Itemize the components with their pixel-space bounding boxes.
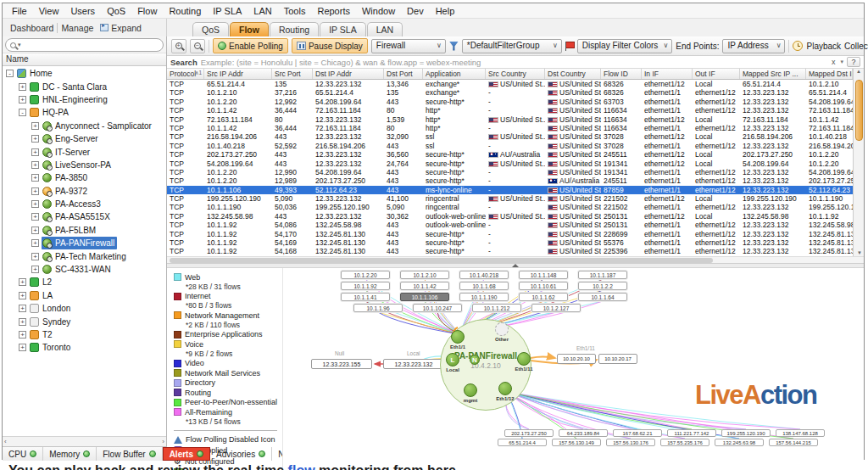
- table-row[interactable]: TCP10.1.1.10649,39352.112.64.23443ms-lyn…: [167, 186, 853, 194]
- interface-node-other[interactable]: [495, 322, 509, 336]
- tree-node-body[interactable]: PA-Access3: [42, 198, 103, 210]
- scroll-left-icon[interactable]: ‹: [4, 438, 7, 445]
- table-horizontal-scrollbar[interactable]: [167, 256, 864, 264]
- flow-search-bar[interactable]: Search Example: (site = Honolulu | site …: [167, 56, 864, 69]
- table-row[interactable]: TCP10.1.2.1037,21665.51.214.4135exchange…: [167, 88, 853, 97]
- tree-item[interactable]: +Toronto: [3, 341, 166, 354]
- host-node[interactable]: 10.1.1.187: [578, 271, 627, 279]
- host-node[interactable]: 10.1.10.61: [519, 282, 568, 290]
- tree-node-body[interactable]: London: [29, 302, 73, 315]
- search-history-icon[interactable]: ▾: [840, 59, 843, 65]
- endpoint-node[interactable]: 65.51.214.4: [498, 439, 547, 446]
- tree-node-body[interactable]: PA-PANFirewall: [42, 237, 117, 249]
- tree-toggle[interactable]: +: [31, 200, 39, 208]
- table-row[interactable]: TCP199.255.120.1905,09012.33.223.13241,1…: [167, 194, 853, 203]
- tree-node-body[interactable]: PA-Tech Marketing: [42, 250, 129, 263]
- column-header-mapped-dst-ip-[interactable]: Mapped Dst IP ...: [806, 69, 853, 79]
- host-node[interactable]: 10.1.2.20: [341, 271, 390, 279]
- table-vertical-scrollbar[interactable]: ▲▼: [853, 69, 864, 256]
- interface-node-eth1-1[interactable]: [451, 330, 465, 344]
- pause-display-button[interactable]: Pause Display: [292, 38, 368, 53]
- menu-item-view[interactable]: View: [33, 5, 65, 17]
- tree-item[interactable]: +PA-ASA5515X: [3, 210, 166, 223]
- tree-toggle[interactable]: +: [31, 239, 39, 247]
- menu-item-routing[interactable]: Routing: [163, 5, 207, 17]
- playback-clock-icon[interactable]: [793, 41, 803, 51]
- tab-flow[interactable]: Flow: [230, 22, 269, 36]
- endpoint-node[interactable]: 157.55.235.176: [660, 439, 709, 446]
- tree-toggle[interactable]: +: [19, 305, 26, 312]
- tree-item[interactable]: +PA-9372: [3, 185, 166, 198]
- endpoint-node[interactable]: 111.221.77.142: [667, 429, 716, 437]
- column-header-out-if[interactable]: Out IF: [693, 69, 740, 79]
- tree-item[interactable]: +L2: [3, 276, 166, 288]
- endpoint-node[interactable]: 199.255.120.190: [721, 429, 771, 437]
- tree-node-body[interactable]: DC - Santa Clara: [29, 81, 109, 93]
- tab-lan[interactable]: LAN: [367, 22, 403, 36]
- host-node[interactable]: 10.1.2.127: [531, 304, 581, 312]
- endpoint-node[interactable]: 12.33.223.155: [311, 359, 372, 369]
- tree-toggle[interactable]: +: [31, 148, 39, 156]
- column-header-src-ip-addr[interactable]: Src IP Addr: [204, 69, 272, 79]
- menu-item-file[interactable]: File: [6, 5, 33, 17]
- column-header-dst-country[interactable]: Dst Country: [545, 69, 601, 79]
- menu-item-lan[interactable]: LAN: [248, 5, 277, 17]
- playback-label[interactable]: Playback: [806, 42, 841, 51]
- table-row[interactable]: TCP132.245.58.9844312.33.223.13230,362ou…: [167, 212, 853, 221]
- table-row[interactable]: TCP10.1.2.2012,99254.208.199.64443secure…: [167, 98, 853, 106]
- table-row[interactable]: TCP10.1.40.21852,592216.58.194.206443ssl…: [167, 142, 853, 150]
- tree-item[interactable]: +PA-PANFirewall: [3, 237, 166, 249]
- endpoint-node[interactable]: 10.10.20.10: [557, 354, 596, 364]
- tree-toggle[interactable]: +: [31, 122, 39, 130]
- tree-name-header[interactable]: Name: [3, 53, 166, 66]
- tree-toggle[interactable]: +: [19, 331, 26, 339]
- table-row[interactable]: TCP72.163.11.1848012.33.223.1321,539http…: [167, 115, 853, 124]
- device-type-select[interactable]: Firewall: [371, 39, 446, 53]
- tree-node-body[interactable]: Syndey: [29, 316, 73, 328]
- interface-node-nat[interactable]: N: [470, 355, 480, 365]
- host-node[interactable]: 10.1.1.64: [578, 293, 627, 301]
- host-node[interactable]: 10.1.1.212: [472, 304, 521, 312]
- tree-toggle[interactable]: +: [19, 344, 26, 351]
- tree-toggle[interactable]: +: [31, 213, 39, 221]
- interface-node-eth1-11[interactable]: [517, 352, 531, 366]
- tree-item[interactable]: +LiveSensor-PA: [3, 159, 166, 171]
- menu-item-ip-sla[interactable]: IP SLA: [207, 5, 248, 17]
- tree-item[interactable]: +DC - Santa Clara: [3, 80, 166, 92]
- host-node[interactable]: 10.1.40.218: [459, 271, 509, 279]
- tree-node-body[interactable]: LiveSensor-PA: [42, 159, 114, 171]
- tree-node-body[interactable]: Anyconnect - Samplicator: [42, 120, 154, 132]
- tree-search-input[interactable]: ▾: [5, 38, 164, 52]
- column-header-protocol[interactable]: Protocol∧1: [167, 69, 204, 79]
- tree-item[interactable]: +PA-F5LBM: [3, 224, 166, 237]
- dashboard-button[interactable]: Dashboard: [7, 23, 57, 33]
- interface-node-local[interactable]: L: [446, 353, 459, 366]
- endpoint-node[interactable]: 157.56.130.176: [606, 439, 655, 446]
- endpoint-node[interactable]: 157.56.130.149: [552, 439, 601, 446]
- column-header-src-country[interactable]: Src Country: [486, 69, 545, 79]
- flow-topology-map[interactable]: LiveAction 10.1.2.2010.1.2.1010.1.40.218…: [282, 268, 864, 470]
- tree-node-body[interactable]: Home: [16, 67, 55, 80]
- endpoint-node[interactable]: 202.173.27.250: [504, 429, 554, 437]
- tree-horizontal-scrollbar[interactable]: ‹›: [3, 436, 166, 446]
- tree-item[interactable]: +SC-4331-WAN: [3, 263, 166, 276]
- table-row[interactable]: TCP54.208.199.6444312.33.223.13224,764se…: [167, 159, 853, 168]
- zoom-in-button[interactable]: +: [171, 39, 186, 53]
- tree-item[interactable]: +Anyconnect - Samplicator: [3, 120, 166, 132]
- table-row[interactable]: TCP10.1.1.9254,170132.245.81.130443secur…: [167, 230, 853, 238]
- host-node[interactable]: 10.1.10.247: [413, 304, 462, 312]
- tree-node-body[interactable]: PA-9372: [42, 185, 90, 198]
- table-row[interactable]: TCP65.51.214.413512.33.223.13213,346exch…: [167, 80, 853, 88]
- host-node[interactable]: 10.1.1.190: [459, 293, 509, 301]
- host-node[interactable]: 10.1.1.106: [400, 293, 449, 301]
- table-row[interactable]: TCP10.1.1.19050,036199.255.120.1905,090r…: [167, 203, 853, 211]
- tree-toggle[interactable]: +: [19, 292, 26, 299]
- scrollbar-thumb[interactable]: [170, 258, 713, 263]
- manage-button[interactable]: Manage: [58, 23, 97, 33]
- column-header-flow-id[interactable]: Flow ID: [601, 69, 642, 79]
- expand-button[interactable]: Expand: [97, 23, 145, 33]
- tree-item[interactable]: +Eng-Server: [3, 132, 166, 145]
- enable-polling-button[interactable]: Enable Polling: [213, 38, 288, 53]
- endpoint-node[interactable]: 167.68.62.21: [613, 429, 662, 437]
- tree-node-body[interactable]: Toronto: [29, 341, 73, 354]
